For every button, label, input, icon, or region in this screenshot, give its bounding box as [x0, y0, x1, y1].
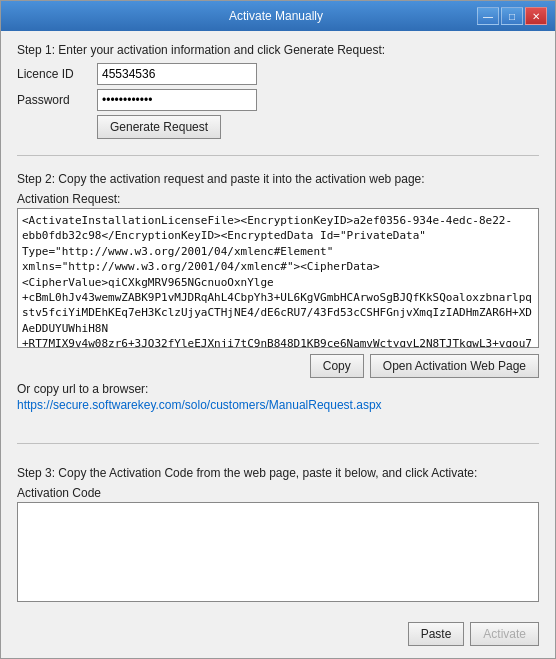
open-activation-web-page-button[interactable]: Open Activation Web Page — [370, 354, 539, 378]
step2-label: Step 2: Copy the activation request and … — [17, 172, 539, 186]
close-button[interactable]: ✕ — [525, 7, 547, 25]
maximize-button[interactable]: □ — [501, 7, 523, 25]
activation-request-label: Activation Request: — [17, 192, 539, 206]
separator1 — [17, 155, 539, 156]
main-content: Step 1: Enter your activation informatio… — [1, 31, 555, 614]
generate-btn-row: Generate Request — [97, 115, 539, 139]
licence-id-input[interactable] — [97, 63, 257, 85]
step3-section: Step 3: Copy the Activation Code from th… — [17, 466, 539, 602]
password-label: Password — [17, 93, 97, 107]
activation-url-link[interactable]: https://secure.softwarekey.com/solo/cust… — [17, 398, 539, 412]
copy-button[interactable]: Copy — [310, 354, 364, 378]
activation-code-textarea[interactable] — [17, 502, 539, 602]
step2-section: Step 2: Copy the activation request and … — [17, 172, 539, 427]
activation-request-textarea[interactable]: <ActivateInstallationLicenseFile><Encryp… — [17, 208, 539, 348]
bottom-buttons: Paste Activate — [1, 614, 555, 658]
password-row: Password — [17, 89, 539, 111]
window-title: Activate Manually — [75, 9, 477, 23]
title-bar: Activate Manually — □ ✕ — [1, 1, 555, 31]
password-input[interactable] — [97, 89, 257, 111]
step2-button-row: Copy Open Activation Web Page — [17, 354, 539, 378]
or-copy-label: Or copy url to a browser: — [17, 382, 539, 396]
separator2 — [17, 443, 539, 444]
paste-button[interactable]: Paste — [408, 622, 465, 646]
step3-label: Step 3: Copy the Activation Code from th… — [17, 466, 539, 480]
step1-section: Step 1: Enter your activation informatio… — [17, 43, 539, 139]
activation-code-label: Activation Code — [17, 486, 539, 500]
licence-id-row: Licence ID — [17, 63, 539, 85]
minimize-button[interactable]: — — [477, 7, 499, 25]
title-bar-controls: — □ ✕ — [477, 7, 547, 25]
licence-id-label: Licence ID — [17, 67, 97, 81]
activate-manually-window: Activate Manually — □ ✕ Step 1: Enter yo… — [0, 0, 556, 659]
generate-request-button[interactable]: Generate Request — [97, 115, 221, 139]
activate-button[interactable]: Activate — [470, 622, 539, 646]
step1-label: Step 1: Enter your activation informatio… — [17, 43, 539, 57]
